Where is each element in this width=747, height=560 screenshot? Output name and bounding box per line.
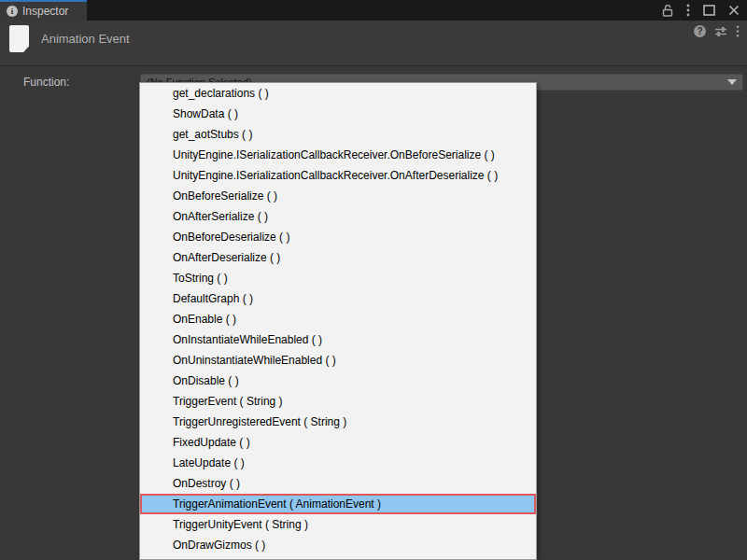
dropdown-item[interactable]: OnEnable ( ): [140, 309, 536, 329]
chevron-down-icon: [727, 79, 737, 85]
dropdown-item[interactable]: UnityEngine.ISerializationCallbackReceiv…: [140, 165, 536, 186]
dropdown-item[interactable]: OnDestroy ( ): [140, 473, 536, 494]
dropdown-item[interactable]: TriggerEvent ( String ): [140, 391, 536, 412]
kebab-menu-icon[interactable]: [686, 4, 690, 17]
component-title: Animation Event: [41, 32, 130, 46]
dropdown-item[interactable]: get_declarations ( ): [140, 83, 536, 104]
title-bar: i Inspector: [0, 0, 747, 21]
dropdown-item[interactable]: ToString ( ): [140, 268, 536, 288]
dropdown-item[interactable]: TriggerUnregisteredEvent ( String ): [140, 412, 536, 432]
component-header: Animation Event ?: [0, 21, 747, 66]
function-label: Function:: [23, 76, 69, 89]
dropdown-item[interactable]: OnBeforeDeserialize ( ): [140, 227, 536, 247]
tab-inspector[interactable]: i Inspector: [0, 0, 87, 21]
dropdown-item[interactable]: OnInstantiateWhileEnabled ( ): [140, 329, 536, 350]
dropdown-item[interactable]: LateUpdate ( ): [140, 453, 536, 473]
scriptable-object-icon: [9, 25, 29, 52]
dropdown-item[interactable]: get_aotStubs ( ): [140, 124, 536, 145]
dropdown-item[interactable]: OnDrawGizmos ( ): [140, 535, 536, 555]
dropdown-item[interactable]: DefaultGraph ( ): [140, 288, 536, 309]
tab-label: Inspector: [22, 5, 68, 18]
dropdown-item[interactable]: FixedUpdate ( ): [140, 432, 536, 453]
dropdown-item[interactable]: UnityEngine.ISerializationCallbackReceiv…: [140, 145, 536, 165]
presets-icon[interactable]: [714, 26, 727, 37]
dropdown-item-highlighted[interactable]: TriggerAnimationEvent ( AnimationEvent ): [140, 494, 536, 514]
component-kebab-menu-icon[interactable]: [736, 25, 740, 37]
dropdown-item[interactable]: TriggerUnityEvent ( String ): [140, 514, 536, 535]
unlock-icon[interactable]: [662, 5, 673, 17]
maximize-icon[interactable]: [703, 5, 715, 16]
help-icon[interactable]: ?: [694, 25, 706, 37]
info-icon: i: [7, 6, 18, 17]
dropdown-item[interactable]: OnAfterSerialize ( ): [140, 206, 536, 227]
close-icon[interactable]: [728, 5, 740, 16]
dropdown-item[interactable]: OnAfterDeserialize ( ): [140, 247, 536, 268]
dropdown-item[interactable]: OnDisable ( ): [140, 371, 536, 391]
function-dropdown-list: get_declarations ( )ShowData ( )get_aotS…: [139, 82, 537, 560]
dropdown-item[interactable]: OnBeforeSerialize ( ): [140, 186, 536, 206]
dropdown-item[interactable]: ShowData ( ): [140, 104, 536, 124]
dropdown-item[interactable]: OnUninstantiateWhileEnabled ( ): [140, 350, 536, 371]
